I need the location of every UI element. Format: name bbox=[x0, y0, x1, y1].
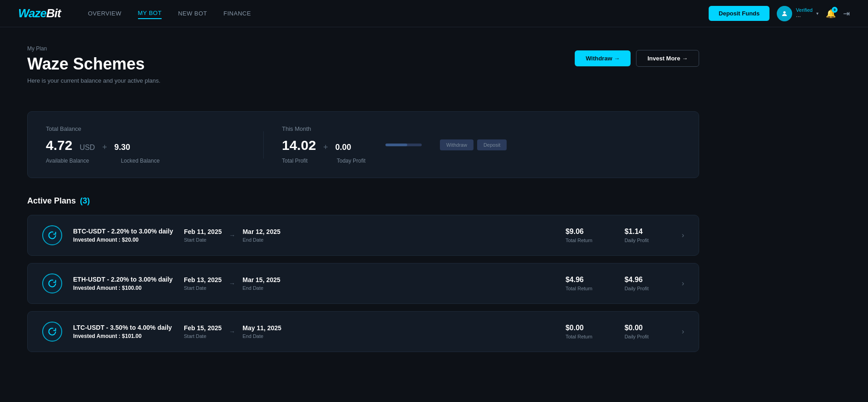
this-month-section: This Month 14.02 + 0.00 Total Profit Tod… bbox=[282, 125, 681, 164]
total-return-3: $0.00 Total Return bbox=[566, 324, 607, 339]
balance-plus-icon: + bbox=[102, 143, 107, 152]
start-date-3: Feb 15, 2025 Start Date bbox=[184, 324, 222, 339]
page-subtitle: My Plan bbox=[27, 45, 160, 52]
notification-bell[interactable]: 🔔 9 bbox=[826, 9, 836, 19]
plan-stats-2: $4.96 Total Return $4.96 Daily Profit bbox=[566, 276, 666, 291]
verified-badge: Verified bbox=[796, 7, 813, 13]
plan-icon-2 bbox=[42, 273, 62, 293]
title-left: My Plan Waze Schemes Here is your curren… bbox=[27, 45, 160, 98]
username: ··· bbox=[796, 13, 813, 20]
chart-btn-2[interactable]: Deposit bbox=[477, 139, 507, 150]
date-arrow-2: → bbox=[229, 280, 235, 287]
end-date-2: Mar 15, 2025 End Date bbox=[242, 276, 280, 291]
chart-btn-1[interactable]: Withdraw bbox=[440, 139, 473, 150]
daily-profit-2: $4.96 Daily Profit bbox=[625, 276, 666, 291]
progress-bar-fill bbox=[385, 144, 407, 146]
locked-label: Locked Balance bbox=[121, 158, 159, 164]
page-description: Here is your current balance and your ac… bbox=[27, 77, 160, 84]
logout-icon[interactable]: ⇥ bbox=[843, 9, 850, 19]
logo: WazeBit bbox=[18, 6, 61, 20]
plan-invested-3: Invested Amount : $101.00 bbox=[73, 333, 173, 339]
plan-dates-2: Feb 13, 2025 Start Date → Mar 15, 2025 E… bbox=[184, 276, 311, 291]
balance-main: 4.72 USD + 9.30 bbox=[46, 138, 245, 153]
total-return-1: $9.06 Total Return bbox=[566, 228, 607, 243]
available-label: Available Balance bbox=[46, 158, 89, 164]
total-profit-label: Total Profit bbox=[282, 158, 308, 164]
navbar: WazeBit OVERVIEW MY BOT NEW BOT FINANCE … bbox=[0, 0, 868, 27]
balance-divider bbox=[263, 131, 264, 159]
user-details: Verified ··· bbox=[796, 7, 813, 20]
bell-badge: 9 bbox=[832, 7, 838, 13]
nav-overview[interactable]: OVERVIEW bbox=[88, 8, 122, 19]
total-return-2: $4.96 Total Return bbox=[566, 276, 607, 291]
total-balance-label: Total Balance bbox=[46, 125, 245, 132]
title-actions: Withdraw → Invest More → bbox=[575, 50, 699, 67]
locked-amount: 9.30 bbox=[114, 143, 130, 152]
month-plus-icon: + bbox=[323, 143, 328, 152]
deposit-button[interactable]: Deposit Funds bbox=[709, 6, 769, 21]
plan-stats-1: $9.06 Total Return $1.14 Daily Profit bbox=[566, 228, 666, 243]
nav-links: OVERVIEW MY BOT NEW BOT FINANCE bbox=[88, 8, 709, 19]
start-date-2: Feb 13, 2025 Start Date bbox=[184, 276, 222, 291]
plan-card-3[interactable]: LTC-USDT - 3.50% to 4.00% daily Invested… bbox=[27, 311, 699, 352]
balance-card: Total Balance 4.72 USD + 9.30 Available … bbox=[27, 111, 699, 178]
user-menu[interactable]: Verified ··· ▾ bbox=[777, 6, 819, 21]
plan-card-1[interactable]: BTC-USDT - 2.20% to 3.00% daily Invested… bbox=[27, 215, 699, 256]
date-arrow-1: → bbox=[229, 232, 235, 239]
plan-invested-2: Invested Amount : $100.00 bbox=[73, 285, 173, 291]
page-title: Waze Schemes bbox=[27, 55, 160, 74]
progress-bar bbox=[385, 144, 422, 146]
plan-chevron-2: › bbox=[682, 279, 684, 288]
nav-newbot[interactable]: NEW BOT bbox=[178, 8, 207, 19]
plan-name-1: BTC-USDT - 2.20% to 3.00% daily bbox=[73, 228, 173, 235]
plans-count: (3) bbox=[80, 196, 90, 205]
active-plans-section: Active Plans (3) BTC-USDT - 2.20% to 3.0… bbox=[27, 196, 699, 352]
svg-point-0 bbox=[784, 11, 786, 13]
this-month-label: This Month bbox=[282, 125, 365, 132]
plan-chevron-1: › bbox=[682, 231, 684, 239]
chart-buttons: Withdraw Deposit bbox=[440, 139, 507, 150]
nav-mybot[interactable]: MY BOT bbox=[138, 8, 162, 19]
plan-dates-1: Feb 11, 2025 Start Date → Mar 12, 2025 E… bbox=[184, 228, 311, 243]
today-profit-label: Today Profit bbox=[337, 158, 365, 164]
nav-actions: Deposit Funds Verified ··· ▾ 🔔 9 ⇥ bbox=[709, 6, 850, 21]
progress-container bbox=[385, 144, 422, 146]
available-amount: 4.72 bbox=[46, 138, 72, 153]
today-profit-val: 0.00 bbox=[335, 143, 351, 152]
plan-stats-3: $0.00 Total Return $0.00 Daily Profit bbox=[566, 324, 666, 339]
main-content: My Plan Waze Schemes Here is your curren… bbox=[0, 27, 726, 377]
section-title: Active Plans (3) bbox=[27, 196, 699, 206]
date-arrow-3: → bbox=[229, 328, 235, 335]
title-row: My Plan Waze Schemes Here is your curren… bbox=[27, 45, 699, 98]
end-date-3: May 11, 2025 End Date bbox=[242, 324, 281, 339]
plan-name-2: ETH-USDT - 2.20% to 3.00% daily bbox=[73, 276, 173, 283]
start-date-1: Feb 11, 2025 Start Date bbox=[184, 228, 222, 243]
plan-info-2: ETH-USDT - 2.20% to 3.00% daily Invested… bbox=[73, 276, 173, 291]
month-profit-main: 14.02 + 0.00 bbox=[282, 138, 365, 153]
total-profit-val: 14.02 bbox=[282, 138, 316, 153]
daily-profit-3: $0.00 Daily Profit bbox=[625, 324, 666, 339]
balance-currency: USD bbox=[79, 144, 95, 152]
daily-profit-1: $1.14 Daily Profit bbox=[625, 228, 666, 243]
this-month-label-group: This Month 14.02 + 0.00 Total Profit Tod… bbox=[282, 125, 365, 164]
chevron-down-icon: ▾ bbox=[816, 11, 819, 16]
invest-more-button[interactable]: Invest More → bbox=[636, 50, 699, 67]
plan-dates-3: Feb 15, 2025 Start Date → May 11, 2025 E… bbox=[184, 324, 311, 339]
plan-name-3: LTC-USDT - 3.50% to 4.00% daily bbox=[73, 324, 173, 331]
plan-icon-3 bbox=[42, 322, 62, 342]
plan-info-1: BTC-USDT - 2.20% to 3.00% daily Invested… bbox=[73, 228, 173, 243]
end-date-1: Mar 12, 2025 End Date bbox=[242, 228, 280, 243]
plan-invested-1: Invested Amount : $20.00 bbox=[73, 237, 173, 243]
plan-info-3: LTC-USDT - 3.50% to 4.00% daily Invested… bbox=[73, 324, 173, 339]
withdraw-button[interactable]: Withdraw → bbox=[575, 50, 631, 66]
total-balance-section: Total Balance 4.72 USD + 9.30 Available … bbox=[46, 125, 245, 164]
plan-icon-1 bbox=[42, 225, 62, 245]
plan-chevron-3: › bbox=[682, 328, 684, 336]
plan-card-2[interactable]: ETH-USDT - 2.20% to 3.00% daily Invested… bbox=[27, 263, 699, 304]
nav-finance[interactable]: FINANCE bbox=[223, 8, 251, 19]
avatar bbox=[777, 6, 792, 21]
